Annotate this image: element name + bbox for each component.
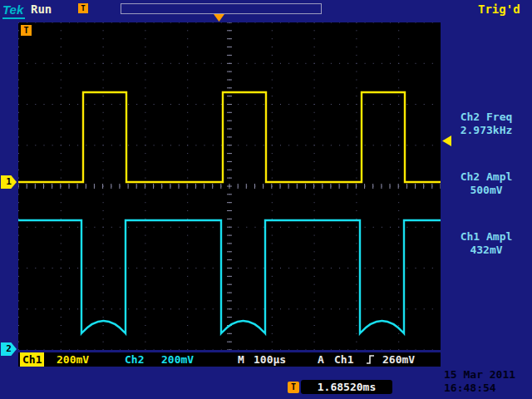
trigger-position-arrow-icon (214, 14, 224, 22)
rising-edge-icon (366, 354, 375, 368)
measurement-label: Ch2 Freq (443, 111, 530, 124)
date-label: 15 Mar 2011 (444, 368, 515, 382)
trigger-level-value: 260mV (382, 352, 415, 367)
measurement-label: Ch2 Ampl (443, 170, 530, 184)
trigger-mode-label: A (318, 352, 324, 367)
oscilloscope-screen: { "topbar": { "logo": "Tek", "acq_state"… (0, 0, 532, 399)
graticule: T (18, 22, 441, 350)
timebase-label: M (238, 352, 244, 367)
ch1-volts-per-div: 200mV (57, 352, 89, 367)
trigger-time-t-icon: T (288, 382, 299, 393)
ch2-trace (18, 220, 441, 333)
trigger-t-icon: T (78, 3, 88, 13)
ch2-volts-per-div: 200mV (161, 352, 194, 367)
measurement-label: Ch1 Ampl (443, 230, 530, 244)
ch1-position-marker: 1 (1, 175, 17, 189)
trigger-status-label: Trig'd (478, 2, 520, 16)
ch1-trace (18, 92, 441, 182)
tek-logo: Tek (2, 2, 25, 19)
trigger-source-label: Ch1 (334, 352, 353, 367)
ch2-scale-label: Ch2 (125, 352, 144, 367)
measurement-ch2-freq: Ch2 Freq 2.973kHz (443, 111, 530, 137)
ch1-scale-badge: Ch1 (20, 352, 44, 367)
channel-readout-bar: Ch1 200mV Ch2 200mV M 100µs A Ch1 260mV (18, 352, 441, 367)
time-label: 16:48:54 (444, 382, 515, 395)
ch2-position-marker: 2 (1, 342, 17, 356)
acquisition-state-label: Run (31, 2, 52, 16)
measurement-value: 2.973kHz (443, 124, 530, 137)
measurement-ch1-ampl: Ch1 Ampl 432mV (443, 230, 530, 257)
trigger-time-value: 1.68520ms (301, 380, 392, 394)
waveform-layer (18, 22, 441, 350)
datetime-display: 15 Mar 2011 16:48:54 (444, 368, 515, 395)
measurement-value: 432mV (443, 244, 530, 257)
acquisition-record-bar (121, 3, 322, 14)
measurement-ch2-ampl: Ch2 Ampl 500mV (443, 170, 530, 197)
timebase-value: 100µs (254, 352, 286, 367)
measurement-value: 500mV (443, 184, 530, 197)
trigger-level-t-icon: T (21, 25, 32, 36)
